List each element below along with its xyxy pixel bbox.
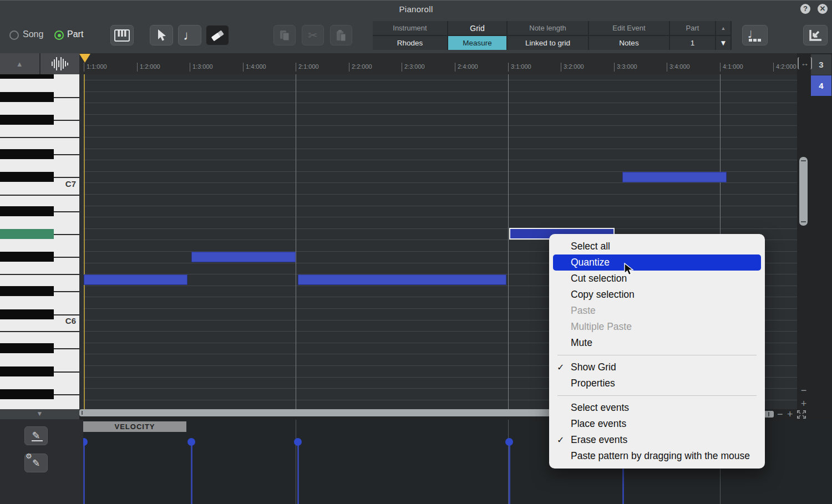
ruler-tick (84, 63, 84, 72)
menu-item-select-events[interactable]: Select events (553, 400, 761, 416)
draw-velocity-button[interactable]: ✎ (24, 426, 48, 445)
velocity-handle[interactable] (505, 438, 513, 446)
select-tool-button[interactable] (150, 25, 173, 45)
black-key[interactable] (0, 389, 54, 399)
drum-sequencer-button[interactable]: ♩ (742, 25, 768, 45)
highlighted-key[interactable] (0, 229, 54, 239)
midi-note[interactable] (298, 274, 506, 285)
timeline-ruler[interactable]: 1:1:0001:2:0001:3:0001:4:0002:1:0002:2:0… (79, 53, 797, 74)
menu-item-cut-selection[interactable]: Cut selection (553, 271, 761, 287)
settings-value-part[interactable]: 1 (670, 36, 715, 50)
settings-header-instrument: Instrument (373, 21, 447, 35)
song-radio-label[interactable]: Song (23, 29, 43, 39)
down-triangle-icon: ▼ (37, 410, 43, 418)
black-key[interactable] (0, 74, 54, 79)
black-key[interactable] (0, 92, 54, 102)
menu-separator (557, 395, 757, 396)
white-key-separator (54, 394, 79, 395)
midi-note[interactable] (622, 172, 727, 182)
velocity-stem[interactable] (509, 442, 510, 504)
menu-item-paste: Paste (553, 303, 761, 319)
zoom-in-horizontal-button[interactable]: + (787, 410, 793, 418)
piano-keyboard[interactable]: C7C6 (0, 74, 79, 409)
pattern-tab-4[interactable]: 4 (811, 75, 831, 96)
grid-row-line (83, 206, 797, 206)
menu-item-mute[interactable]: Mute (553, 335, 761, 351)
velocity-handle[interactable] (187, 438, 195, 446)
black-key[interactable] (0, 286, 54, 296)
black-key[interactable] (0, 206, 54, 216)
zoom-out-horizontal-button[interactable]: − (777, 410, 783, 418)
ruler-tick (402, 63, 402, 72)
zoom-in-vertical-button[interactable]: + (799, 400, 808, 408)
waveform-toggle[interactable] (40, 53, 80, 74)
vertical-scrollbar-thumb[interactable] (799, 157, 808, 226)
menu-item-place-events[interactable]: Place events (553, 416, 761, 432)
ruler-tick (720, 63, 721, 72)
black-key[interactable] (0, 115, 54, 125)
part-radio-label[interactable]: Part (67, 29, 83, 39)
menu-item-select-all[interactable]: Select all (553, 238, 761, 254)
black-key[interactable] (0, 149, 54, 159)
grid-row-line (83, 91, 797, 92)
midi-note[interactable] (191, 252, 296, 262)
context-menu: Select allQuantizeCut selectionCopy sele… (549, 234, 765, 469)
check-icon: ✓ (557, 432, 564, 448)
ruler-tick (455, 63, 455, 72)
black-key[interactable] (0, 366, 54, 376)
black-key[interactable] (0, 172, 54, 182)
pattern-tab-3[interactable]: 3 (811, 54, 831, 75)
settings-value-grid[interactable]: Measure (448, 36, 506, 50)
settings-header-note-length: Note length (508, 21, 588, 35)
help-icon[interactable]: ? (800, 4, 810, 14)
scissors-icon: ✂ (308, 29, 318, 42)
settings-column: Note lengthLinked to grid (508, 21, 588, 50)
mini-scrollbar-icon[interactable] (764, 411, 774, 418)
black-key[interactable] (0, 309, 54, 319)
close-icon[interactable]: ✕ (818, 4, 828, 14)
black-key[interactable] (0, 343, 54, 353)
menu-item-quantize[interactable]: Quantize (553, 254, 761, 271)
part-down-icon[interactable]: ▼ (716, 36, 730, 50)
menu-item-copy-selection[interactable]: Copy selection (553, 287, 761, 303)
cut-button: ✂ (302, 25, 324, 45)
menu-item-paste-pattern-by-dragging-with-the-mouse[interactable]: Paste pattern by dragging with the mouse (553, 448, 761, 464)
expand-fullscreen-icon[interactable] (797, 410, 806, 419)
paste-icon (335, 29, 347, 42)
velocity-settings-button[interactable]: ⚙ ✎ (24, 454, 48, 472)
settings-value-note-length[interactable]: Linked to grid (508, 36, 588, 50)
song-radio[interactable] (9, 30, 19, 40)
velocity-lane-label[interactable]: VELOCITY (83, 421, 186, 432)
scroll-grip (801, 160, 806, 161)
scroll-down-button[interactable]: ▼ (0, 409, 79, 419)
part-up-icon[interactable]: ▲ (716, 21, 730, 35)
scroll-up-button[interactable]: ▲ (0, 53, 40, 74)
grid-row-line (83, 160, 797, 160)
menu-item-show-grid[interactable]: ✓Show Grid (553, 359, 761, 375)
white-key-separator (54, 371, 79, 373)
velocity-stem[interactable] (191, 442, 192, 504)
velocity-stem[interactable] (297, 442, 299, 504)
menu-item-properties[interactable]: Properties (553, 375, 761, 391)
grid-row-line (83, 114, 797, 115)
velocity-stem[interactable] (83, 442, 85, 504)
settings-value-instrument[interactable]: Rhodes (373, 36, 447, 50)
menu-item-erase-events[interactable]: ✓Erase events (553, 432, 761, 448)
eraser-tool-button[interactable] (206, 25, 229, 45)
controller-lane-button[interactable] (803, 25, 828, 45)
settings-stepper: ▲▼ (716, 21, 730, 50)
zoom-out-vertical-button[interactable]: − (799, 386, 808, 394)
midi-note[interactable] (84, 274, 187, 285)
note-tool-button[interactable]: ♩ (178, 25, 201, 45)
white-key-separator (54, 154, 79, 155)
ruler-tick-label: 2:3:000 (404, 63, 425, 70)
velocity-handle[interactable] (294, 438, 302, 446)
keyboard-view-button[interactable] (110, 25, 134, 45)
black-key[interactable] (0, 252, 54, 262)
playhead-marker[interactable] (79, 54, 90, 63)
ruler-tick-label: 3:2:000 (564, 63, 584, 70)
fit-width-icon[interactable]: ↔ (798, 57, 812, 69)
grid-row-line (83, 125, 797, 126)
part-radio[interactable] (54, 30, 64, 40)
settings-value-edit-event[interactable]: Notes (589, 36, 669, 50)
